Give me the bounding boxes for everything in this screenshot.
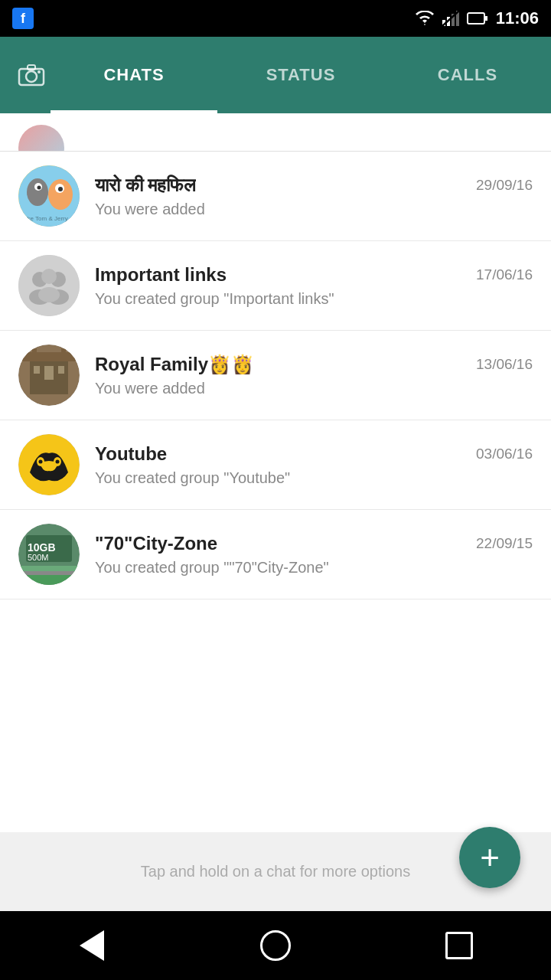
svg-point-13 bbox=[48, 179, 73, 210]
svg-text:like Tom & Jerry: like Tom & Jerry bbox=[24, 215, 68, 222]
chat-item[interactable]: Royal Family👸👸 13/06/16 You were added bbox=[0, 331, 551, 420]
partial-chat-item[interactable] bbox=[0, 113, 551, 152]
svg-text:500M: 500M bbox=[28, 553, 49, 562]
svg-rect-6 bbox=[485, 16, 487, 21]
status-time: 11:06 bbox=[496, 8, 539, 28]
tab-chats[interactable]: CHATS bbox=[51, 37, 217, 113]
status-bar-right: 11:06 bbox=[415, 8, 539, 28]
recent-button[interactable] bbox=[436, 923, 482, 969]
nav-tabs: CHATS STATUS CALLS bbox=[51, 37, 551, 113]
tab-calls[interactable]: CALLS bbox=[384, 37, 551, 113]
status-bar-left: f bbox=[12, 8, 34, 29]
svg-text:10GB: 10GB bbox=[28, 541, 56, 554]
chat-preview: You created group "Important links" bbox=[95, 290, 533, 308]
avatar bbox=[18, 434, 80, 495]
chat-time: 22/09/15 bbox=[476, 535, 533, 552]
chat-item[interactable]: like Tom & Jerry यारो की महफिल 29/09/16 … bbox=[0, 152, 551, 241]
avatar: like Tom & Jerry bbox=[18, 165, 80, 227]
avatar bbox=[18, 255, 80, 316]
chat-name: Royal Family👸👸 bbox=[95, 354, 254, 375]
partial-avatar bbox=[18, 125, 64, 152]
chat-name: "70"City-Zone bbox=[95, 533, 217, 554]
chat-item[interactable]: 10GB 500M "70"City-Zone 22/09/15 You cre… bbox=[0, 510, 551, 599]
chat-time: 13/06/16 bbox=[476, 356, 533, 373]
chat-header: Important links 17/06/16 bbox=[95, 264, 533, 286]
signal-icon bbox=[442, 11, 459, 26]
chat-content: यारो की महफिल 29/09/16 You were added bbox=[95, 175, 533, 218]
svg-point-25 bbox=[38, 287, 60, 302]
svg-point-12 bbox=[27, 178, 48, 206]
svg-point-38 bbox=[56, 460, 60, 464]
chat-content: Royal Family👸👸 13/06/16 You were added bbox=[95, 354, 533, 397]
chat-name: Important links bbox=[95, 264, 227, 286]
chat-item[interactable]: Important links 17/06/16 You created gro… bbox=[0, 241, 551, 331]
svg-rect-9 bbox=[28, 65, 35, 70]
home-icon bbox=[260, 930, 291, 961]
svg-rect-33 bbox=[61, 348, 66, 356]
chat-content: Important links 17/06/16 You created gro… bbox=[95, 264, 533, 308]
chat-preview: You were added bbox=[95, 380, 533, 397]
svg-rect-28 bbox=[34, 366, 40, 374]
chat-item[interactable]: Youtube 03/06/16 You created group "Yout… bbox=[0, 420, 551, 510]
chat-header: "70"City-Zone 22/09/15 bbox=[95, 533, 533, 554]
facebook-icon: f bbox=[12, 8, 34, 29]
status-bar: f 11:06 bbox=[0, 0, 551, 37]
svg-point-24 bbox=[41, 269, 57, 284]
svg-rect-31 bbox=[22, 352, 76, 361]
home-button[interactable] bbox=[253, 923, 298, 969]
chat-name: Youtube bbox=[95, 443, 167, 465]
svg-rect-29 bbox=[44, 366, 54, 380]
chat-content: "70"City-Zone 22/09/15 You created group… bbox=[95, 533, 533, 577]
chat-time: 03/06/16 bbox=[476, 446, 533, 462]
chat-time: 17/06/16 bbox=[476, 266, 533, 283]
svg-point-19 bbox=[18, 255, 80, 316]
chat-list: like Tom & Jerry यारो की महफिल 29/09/16 … bbox=[0, 152, 551, 832]
chat-header: यारो की महफिल 29/09/16 bbox=[95, 175, 533, 196]
svg-point-8 bbox=[26, 71, 37, 82]
svg-rect-5 bbox=[468, 13, 484, 24]
camera-icon[interactable] bbox=[12, 56, 51, 94]
chat-header: Royal Family👸👸 13/06/16 bbox=[95, 354, 533, 375]
chat-header: Youtube 03/06/16 bbox=[95, 443, 533, 465]
svg-rect-32 bbox=[32, 348, 37, 356]
chat-time: 29/09/16 bbox=[476, 177, 533, 194]
chat-content: Youtube 03/06/16 You created group "Yout… bbox=[95, 443, 533, 487]
chat-preview: You created group "Youtube" bbox=[95, 469, 533, 487]
avatar: 10GB 500M bbox=[18, 524, 80, 585]
svg-rect-44 bbox=[18, 571, 80, 575]
svg-point-37 bbox=[39, 460, 43, 464]
battery-icon bbox=[467, 11, 488, 25]
chat-preview: You were added bbox=[95, 201, 533, 218]
chat-name: यारो की महफिल bbox=[95, 175, 196, 196]
svg-point-16 bbox=[37, 186, 41, 190]
top-navigation: CHATS STATUS CALLS bbox=[0, 37, 551, 113]
back-button[interactable] bbox=[69, 923, 115, 969]
bottom-nav bbox=[0, 911, 551, 980]
svg-rect-30 bbox=[58, 366, 64, 374]
new-chat-fab[interactable]: + bbox=[459, 827, 520, 888]
tab-status[interactable]: STATUS bbox=[217, 37, 384, 113]
svg-point-10 bbox=[37, 70, 41, 74]
wifi-icon bbox=[415, 11, 435, 26]
recent-icon bbox=[445, 932, 473, 959]
avatar bbox=[18, 345, 80, 406]
svg-point-17 bbox=[58, 187, 63, 191]
chat-preview: You created group ""70"City-Zone" bbox=[95, 559, 533, 577]
back-icon bbox=[80, 930, 104, 961]
